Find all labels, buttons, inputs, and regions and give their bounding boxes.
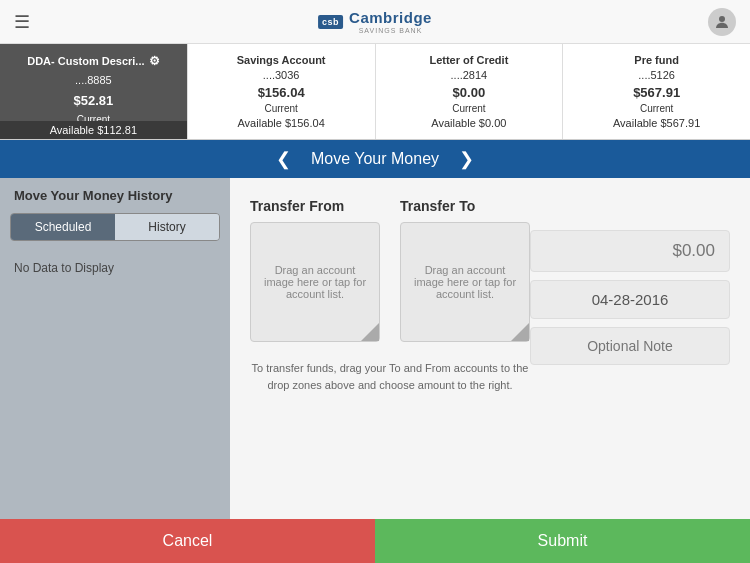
- transfer-main: Transfer From Drag an account image here…: [250, 198, 730, 499]
- account-card-prefund[interactable]: Pre fund ....5126 $567.91 Current Availa…: [563, 44, 750, 139]
- transfer-right-panel: [530, 198, 730, 499]
- transfer-from-dropzone[interactable]: Drag an account image here or tap for ac…: [250, 222, 380, 342]
- account-available-loc: Available $0.00: [388, 117, 551, 129]
- transfer-to-label: Transfer To: [400, 198, 530, 214]
- account-label-savings: Savings Account: [200, 54, 363, 66]
- account-number-prefund: ....5126: [575, 69, 738, 81]
- no-data-label: No Data to Display: [0, 251, 230, 285]
- account-card-dda[interactable]: DDA- Custom Descri... ⚙ ....8885 $52.81 …: [0, 44, 188, 139]
- tab-history[interactable]: History: [115, 214, 219, 240]
- note-input[interactable]: [530, 327, 730, 365]
- banner-title: Move Your Money: [311, 150, 439, 168]
- main-content: Move Your Money History Scheduled Histor…: [0, 178, 750, 519]
- banner-left-arrow[interactable]: ❮: [276, 148, 291, 170]
- logo-csb: csb: [318, 15, 343, 29]
- banner-right-arrow[interactable]: ❯: [459, 148, 474, 170]
- transfer-columns: Transfer From Drag an account image here…: [250, 198, 530, 342]
- account-status-prefund: Current: [575, 103, 738, 114]
- cancel-button[interactable]: Cancel: [0, 519, 375, 563]
- accounts-row: DDA- Custom Descri... ⚙ ....8885 $52.81 …: [0, 44, 750, 140]
- account-balance-loc: $0.00: [388, 85, 551, 100]
- transfer-from-column: Transfer From Drag an account image here…: [250, 198, 380, 342]
- logo-text-group: Cambridge SAVINGS BANK: [349, 9, 432, 34]
- transfer-to-hint: Drag an account image here or tap for ac…: [411, 264, 519, 300]
- account-balance-prefund: $567.91: [575, 85, 738, 100]
- tab-scheduled[interactable]: Scheduled: [11, 214, 115, 240]
- drop-zone-corner-from: [361, 323, 379, 341]
- drop-zone-corner-to: [511, 323, 529, 341]
- sidebar: Move Your Money History Scheduled Histor…: [0, 178, 230, 519]
- bottom-buttons: Cancel Submit: [0, 519, 750, 563]
- account-label-dda: DDA- Custom Descri... ⚙: [12, 54, 175, 68]
- account-available-dda: Available $112.81: [0, 121, 187, 139]
- account-status-loc: Current: [388, 103, 551, 114]
- transfer-from-hint: Drag an account image here or tap for ac…: [261, 264, 369, 300]
- account-number-dda: ....8885: [12, 74, 175, 86]
- menu-icon[interactable]: ☰: [14, 11, 30, 33]
- move-money-banner: ❮ Move Your Money ❯: [0, 140, 750, 178]
- account-number-loc: ....2814: [388, 69, 551, 81]
- account-card-loc[interactable]: Letter of Credit ....2814 $0.00 Current …: [376, 44, 564, 139]
- account-available-savings: Available $156.04: [200, 117, 363, 129]
- account-number-savings: ....3036: [200, 69, 363, 81]
- sidebar-tabs: Scheduled History: [10, 213, 220, 241]
- sidebar-title: Move Your Money History: [0, 178, 230, 213]
- account-status-savings: Current: [200, 103, 363, 114]
- transfer-to-dropzone[interactable]: Drag an account image here or tap for ac…: [400, 222, 530, 342]
- submit-button[interactable]: Submit: [375, 519, 750, 563]
- transfer-left-panel: Transfer From Drag an account image here…: [250, 198, 530, 499]
- amount-input[interactable]: [530, 230, 730, 272]
- transfer-to-column: Transfer To Drag an account image here o…: [400, 198, 530, 342]
- logo: csb Cambridge SAVINGS BANK: [318, 9, 432, 34]
- account-label-loc: Letter of Credit: [388, 54, 551, 66]
- date-input[interactable]: [530, 280, 730, 319]
- transfer-area: Transfer From Drag an account image here…: [230, 178, 750, 519]
- app-header: ☰ csb Cambridge SAVINGS BANK: [0, 0, 750, 44]
- transfer-instruction: To transfer funds, drag your To and From…: [250, 360, 530, 393]
- gear-icon[interactable]: ⚙: [149, 54, 160, 68]
- svg-point-0: [719, 16, 725, 22]
- account-balance-savings: $156.04: [200, 85, 363, 100]
- account-card-savings[interactable]: Savings Account ....3036 $156.04 Current…: [188, 44, 376, 139]
- user-avatar[interactable]: [708, 8, 736, 36]
- account-label-prefund: Pre fund: [575, 54, 738, 66]
- account-available-prefund: Available $567.91: [575, 117, 738, 129]
- logo-name: Cambridge: [349, 9, 432, 26]
- logo-sub: SAVINGS BANK: [349, 27, 432, 34]
- transfer-from-label: Transfer From: [250, 198, 380, 214]
- account-balance-dda: $52.81: [12, 93, 175, 108]
